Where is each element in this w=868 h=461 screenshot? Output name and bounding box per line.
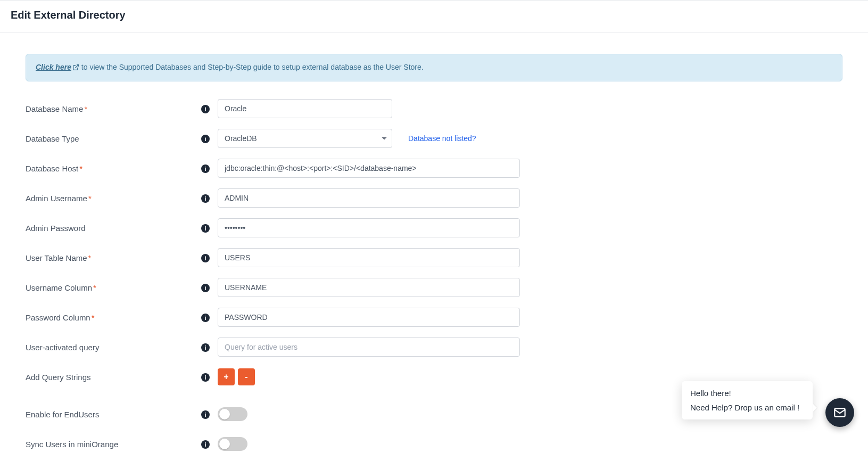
chat-popup: Hello there! Need Help? Drop us an email… xyxy=(682,381,813,419)
info-icon[interactable]: i xyxy=(201,410,210,419)
info-banner: Click here to view the Supported Databas… xyxy=(26,54,842,81)
info-icon[interactable]: i xyxy=(201,224,210,233)
password-column-input[interactable] xyxy=(218,308,520,327)
label-database-type: Database Type xyxy=(26,134,193,143)
info-icon[interactable]: i xyxy=(201,254,210,262)
sync-users-toggle[interactable] xyxy=(218,437,247,451)
database-not-listed-link[interactable]: Database not listed? xyxy=(408,134,476,143)
add-query-plus-button[interactable]: + xyxy=(218,368,235,385)
info-icon[interactable]: i xyxy=(201,314,210,322)
label-admin-username: Admin Username* xyxy=(26,194,193,203)
database-name-input[interactable] xyxy=(218,99,392,118)
activated-query-input[interactable] xyxy=(218,337,520,357)
info-icon[interactable]: i xyxy=(201,194,210,203)
info-icon[interactable]: i xyxy=(201,373,210,382)
page-title: Edit External Directory xyxy=(11,9,857,21)
label-sync-users: Sync Users in miniOrange xyxy=(26,440,193,449)
label-user-table: User Table Name* xyxy=(26,253,193,262)
svg-line-0 xyxy=(75,65,78,68)
info-icon[interactable]: i xyxy=(201,343,210,352)
database-type-select[interactable]: OracleDB xyxy=(218,129,392,148)
info-banner-text: to view the Supported Databases and Step… xyxy=(79,63,424,71)
add-query-minus-button[interactable]: - xyxy=(238,368,255,385)
chat-greeting: Hello there! xyxy=(690,389,804,398)
chat-help-text: Need Help? Drop us an email ! xyxy=(690,403,804,412)
chat-popup-arrow-icon xyxy=(813,404,817,412)
info-icon[interactable]: i xyxy=(201,135,210,143)
label-database-host: Database Host* xyxy=(26,164,193,173)
info-icon[interactable]: i xyxy=(201,164,210,173)
username-column-input[interactable] xyxy=(218,278,520,297)
label-enable-endusers: Enable for EndUsers xyxy=(26,410,193,419)
label-add-query-strings: Add Query Strings xyxy=(26,373,193,382)
info-icon[interactable]: i xyxy=(201,440,210,449)
label-username-column: Username Column* xyxy=(26,283,193,292)
info-banner-link[interactable]: Click here xyxy=(36,63,79,71)
mail-icon xyxy=(833,406,847,419)
external-link-icon xyxy=(72,64,79,72)
admin-password-input[interactable] xyxy=(218,218,520,237)
info-icon[interactable]: i xyxy=(201,105,210,113)
admin-username-input[interactable] xyxy=(218,188,520,208)
info-icon[interactable]: i xyxy=(201,284,210,292)
label-password-column: Password Column* xyxy=(26,313,193,322)
database-host-input[interactable] xyxy=(218,159,520,178)
enable-endusers-toggle[interactable] xyxy=(218,407,247,421)
chat-fab-button[interactable] xyxy=(825,398,854,427)
label-activated-query: User-activated query xyxy=(26,343,193,352)
label-admin-password: Admin Password xyxy=(26,224,193,233)
label-database-name: Database Name* xyxy=(26,104,193,113)
user-table-input[interactable] xyxy=(218,248,520,267)
